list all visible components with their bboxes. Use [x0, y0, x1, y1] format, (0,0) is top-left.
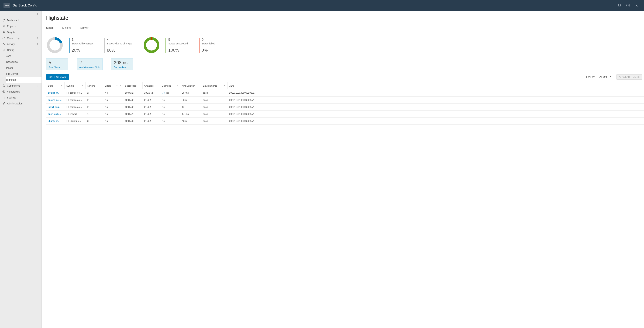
vmw-logo: vmw [4, 3, 10, 8]
table-row[interactable]: install_apa… centos-co… 2 No 100% (2) 0%… [46, 103, 644, 110]
svg-rect-10 [3, 32, 4, 33]
svg-point-12 [4, 50, 4, 50]
tab-minions[interactable]: Minions [62, 26, 72, 31]
file-icon [66, 106, 69, 108]
cell-env: base [201, 110, 228, 117]
col-header-env[interactable]: Environments [201, 82, 228, 89]
sidebar-item-schedules[interactable]: Schedules [6, 59, 42, 65]
col-header-sls[interactable]: SLS file [65, 82, 86, 89]
sidebar-item-jobs[interactable]: Jobs [6, 53, 42, 59]
tab-states[interactable]: States [46, 26, 54, 31]
svg-point-0 [626, 4, 630, 7]
col-header-changed[interactable]: Changed [142, 82, 160, 89]
sidebar-item-label: Jobs [6, 55, 12, 57]
summary-label: Avg duration [114, 66, 130, 68]
cell-changed: 0% (0) [142, 96, 160, 103]
sort-down-icon [116, 84, 118, 87]
sidebar-item-activity[interactable]: Activity [0, 41, 42, 47]
table-row[interactable]: default_ht… centos-co… 2 No 100% (2) 100… [46, 89, 644, 96]
filter-icon [176, 84, 178, 87]
summary-avg-duration[interactable]: 308ms Avg duration [111, 58, 133, 70]
sidebar-collapse-button[interactable] [0, 11, 42, 17]
run-highstate-button[interactable]: RUN HIGHSTATE [46, 74, 69, 80]
sidebar-item-label: Vulnerability [7, 90, 36, 93]
page-title: Highstate [46, 15, 644, 21]
svg-marker-31 [120, 85, 121, 86]
clear-filters-label: CLEAR FILTERS [622, 76, 640, 78]
sidebar-item-label: Settings [7, 96, 36, 99]
sidebar-item-reports[interactable]: Reports [0, 23, 42, 29]
cell-state[interactable]: install_apa… [46, 103, 65, 110]
col-header-state[interactable]: State [46, 82, 65, 89]
table-row[interactable]: ensure_ser… centos-co… 2 No 100% (2) 0% … [46, 96, 644, 103]
stat-label: States with changes [72, 42, 94, 45]
limit-by-select[interactable]: All time [599, 75, 613, 79]
stat-pct: 20% [72, 48, 94, 53]
filter-icon [640, 84, 642, 87]
stat-value: 5 [168, 38, 188, 42]
cell-duration: 52ms [180, 96, 201, 103]
svg-point-25 [145, 38, 158, 52]
cell-state[interactable]: open_smb… [46, 110, 65, 117]
app-header: vmw SaltStack Config [0, 0, 644, 11]
sidebar-item-dashboard[interactable]: Dashboard [0, 17, 42, 23]
cell-duration: 267ms [180, 89, 201, 96]
sidebar-item-targets[interactable]: Targets [0, 29, 42, 35]
tab-activity[interactable]: Activity [80, 26, 88, 31]
cell-changed: 100% (2) [142, 89, 160, 96]
cell-minions: 2 [86, 96, 103, 103]
col-header-errors[interactable]: Errors [103, 82, 123, 89]
table-row[interactable]: open_smb… firewall 1 No 100% (1) 0% (0) … [46, 110, 644, 117]
toolbar: RUN HIGHSTATE Limit by: All time CLEAR F… [46, 74, 644, 80]
svg-marker-29 [82, 85, 84, 86]
col-header-succeeded[interactable]: Succeeded [123, 82, 142, 89]
cell-changes: No [160, 96, 180, 103]
table-row[interactable]: ubuntu-co… ubuntu-c… 3 No 100% (3) 0% (0… [46, 117, 644, 124]
filter-icon [60, 84, 63, 87]
filter-icon [224, 84, 226, 87]
cell-env: base [201, 96, 228, 103]
summary-avg-minions[interactable]: 2 Avg Minions per State [77, 58, 102, 70]
sidebar-item-settings[interactable]: Settings [0, 95, 42, 101]
sidebar-item-config[interactable]: Config [0, 47, 42, 53]
summary-total-states[interactable]: 5 Total States [46, 58, 68, 70]
cell-changed: 0% (0) [142, 110, 160, 117]
sidebar-item-vulnerability[interactable]: Vulnerability [0, 89, 42, 95]
sidebar-item-compliance[interactable]: Compliance [0, 83, 42, 89]
cell-succeeded: 100% (2) [123, 103, 142, 110]
sidebar-item-file-server[interactable]: File Server [6, 71, 42, 77]
col-header-duration[interactable]: Avg Duration [180, 82, 201, 89]
cell-succeeded: 100% (3) [123, 117, 142, 124]
cell-succeeded: 100% (1) [123, 110, 142, 117]
clear-filters-button[interactable]: CLEAR FILTERS [616, 74, 642, 80]
sidebar-item-administration[interactable]: Administration [0, 101, 42, 107]
cell-succeeded: 100% (2) [123, 96, 142, 103]
cell-errors: No [103, 89, 123, 96]
help-icon[interactable] [624, 2, 632, 9]
main-content: Highstate States Minions Activity 1 Stat… [42, 11, 644, 328]
notifications-icon[interactable] [615, 2, 624, 9]
cell-state[interactable]: ensure_ser… [46, 96, 65, 103]
stat-pct: 80% [107, 48, 132, 53]
sidebar-item-pillars[interactable]: Pillars [6, 65, 42, 71]
user-icon[interactable] [632, 2, 640, 9]
sidebar-item-highstate[interactable]: Highstate [6, 77, 42, 83]
col-header-minions[interactable]: Minions [86, 82, 103, 89]
sidebar-item-label: Compliance [7, 84, 36, 87]
cell-state[interactable]: default_ht… [46, 89, 65, 96]
cell-jids: 20221102133509929571 [228, 110, 644, 117]
cell-state[interactable]: ubuntu-co… [46, 117, 65, 124]
stat-label: States succeeded [168, 42, 188, 45]
cell-errors: No [103, 110, 123, 117]
cell-changed: 0% (0) [142, 103, 160, 110]
sidebar-item-label: Targets [7, 31, 39, 34]
filter-icon [82, 84, 84, 87]
sidebar-item-minion-keys[interactable]: Minion Keys [0, 35, 42, 41]
col-header-changes[interactable]: Changes [160, 82, 180, 89]
cell-env: base [201, 117, 228, 124]
stat-states-with-changes: 1 States with changes 20% [69, 38, 94, 52]
sidebar-item-label: Pillars [6, 66, 13, 69]
sidebar: DashboardReportsTargetsMinion KeysActivi… [0, 11, 42, 328]
col-header-jids[interactable]: JIDs [228, 82, 644, 89]
cell-env: base [201, 89, 228, 96]
